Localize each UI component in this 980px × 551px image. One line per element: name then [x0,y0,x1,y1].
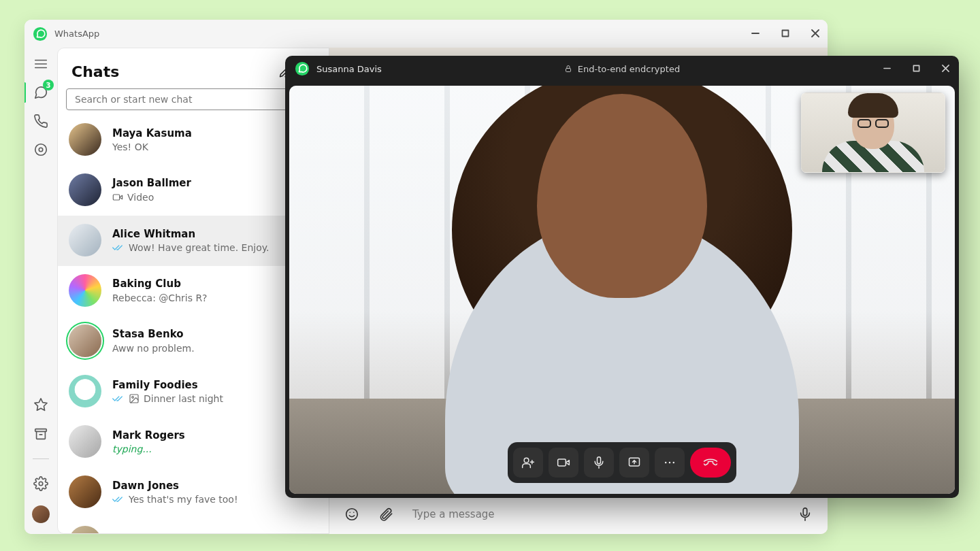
call-title-bar: Susanna Davis End-to-end endcrypted [285,56,959,82]
self-view[interactable] [801,93,945,173]
svg-rect-13 [566,69,570,72]
attach-button[interactable] [378,507,393,522]
chat-name: Baking Club [112,278,181,290]
nav-rail: 3 [24,48,57,534]
emoji-button[interactable] [344,507,359,522]
avatar [69,173,101,206]
maximize-button[interactable] [781,29,789,39]
svg-rect-11 [803,508,807,516]
message-composer: Type a message [329,495,828,534]
app-title: WhatsApp [54,29,99,39]
calls-tab-icon[interactable] [33,114,48,129]
title-bar: WhatsApp [24,20,828,48]
status-tab-icon[interactable] [33,142,48,157]
svg-point-9 [132,396,134,398]
read-ticks-icon [112,395,125,403]
svg-rect-7 [113,195,119,200]
lock-icon [564,65,572,73]
svg-point-20 [669,462,671,464]
chat-name: Stasa Benko [112,328,184,340]
whatsapp-logo-icon [33,27,48,41]
share-screen-button[interactable] [619,448,649,478]
toggle-mic-button[interactable] [584,448,614,478]
avatar [69,526,101,533]
menu-icon[interactable] [33,56,48,71]
svg-rect-1 [783,30,789,36]
svg-point-5 [39,482,43,486]
svg-rect-4 [35,429,47,432]
svg-rect-14 [913,65,919,71]
avatar [69,375,101,407]
call-peer-name: Susanna Davis [316,64,382,74]
call-maximize-button[interactable] [913,64,920,74]
more-options-button[interactable] [655,448,685,478]
chat-name: Mark Rogers [112,429,185,441]
close-button[interactable] [811,29,819,39]
search-input[interactable] [66,88,321,110]
avatar [69,123,101,156]
chats-tab-icon[interactable]: 3 [33,85,48,100]
avatar [69,425,101,458]
toggle-video-button[interactable] [549,448,578,478]
chat-name: Jason Ballmer [112,177,191,189]
svg-point-15 [524,458,529,463]
rail-divider [33,458,49,459]
end-call-button[interactable] [690,448,731,478]
svg-point-10 [346,509,358,520]
remote-video [289,86,955,494]
chats-unread-badge: 3 [43,80,54,90]
call-controls [508,442,736,483]
svg-point-19 [665,462,667,464]
call-window-controls [883,64,949,74]
chat-name: Dawn Jones [112,480,179,492]
encryption-status: End-to-end endcrypted [285,64,959,74]
composer-placeholder[interactable]: Type a message [412,508,779,520]
chats-heading: Chats [71,63,269,80]
minimize-button[interactable] [751,29,760,39]
call-close-button[interactable] [942,64,949,74]
svg-point-21 [673,462,675,464]
starred-icon[interactable] [33,397,48,412]
encryption-label: End-to-end endcrypted [578,64,680,74]
video-call-window: Susanna Davis End-to-end endcrypted [285,56,959,498]
read-ticks-icon [112,244,125,252]
avatar [69,475,101,508]
svg-point-3 [35,144,47,156]
avatar [69,224,101,256]
chat-name: Maya Kasuma [112,127,192,139]
me-avatar[interactable] [32,505,50,523]
svg-rect-16 [558,459,566,466]
avatar [69,274,101,307]
svg-point-2 [39,148,43,152]
archived-icon[interactable] [33,427,48,441]
search-field[interactable] [74,93,303,105]
chat-name: Family Foodies [112,379,198,391]
voice-message-button[interactable] [798,507,813,522]
call-minimize-button[interactable] [883,64,891,74]
chat-name: Alice Whitman [112,228,195,240]
settings-icon[interactable] [33,476,48,491]
window-controls [751,29,819,39]
chat-item[interactable]: Ziggy Woodley8:13 [58,518,329,533]
read-ticks-icon [112,495,125,503]
whatsapp-logo-icon [295,61,310,76]
svg-rect-17 [598,457,601,464]
avatar [69,324,101,357]
add-participant-button[interactable] [513,448,543,478]
